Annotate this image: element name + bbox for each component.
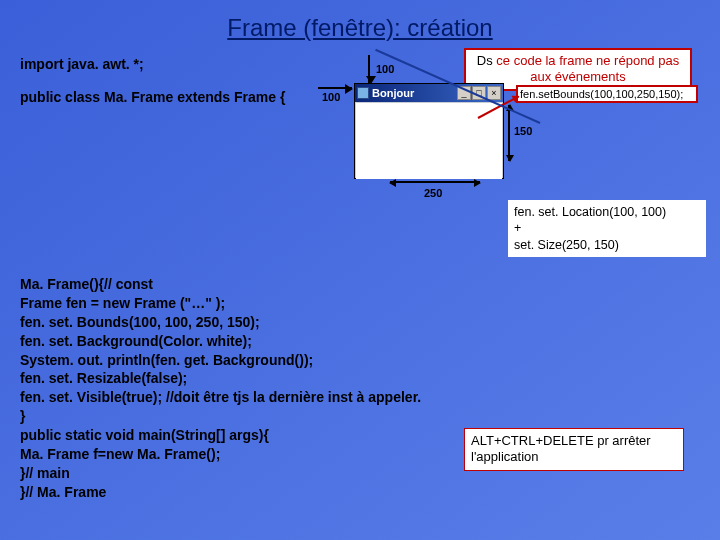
vertical-offset-arrow <box>368 55 370 83</box>
equiv-line: + <box>514 220 700 236</box>
code-line: fen. set. Bounds(100, 100, 250, 150); <box>20 313 700 332</box>
window-icon <box>357 87 369 99</box>
callout-text-part: ce code la frame ne répond pas aux événe… <box>493 53 679 84</box>
window-title: Bonjour <box>372 87 414 99</box>
code-line: Frame fen = new Frame ("…" ); <box>20 294 700 313</box>
equiv-line: set. Size(250, 150) <box>514 237 700 253</box>
label-100-vertical: 100 <box>376 63 394 75</box>
label-250: 250 <box>424 187 442 199</box>
code-block-top: import java. awt. *; public class Ma. Fr… <box>20 55 320 107</box>
frame-diagram: 100 100 Bonjour _ □ × 250 150 fen.setBou… <box>318 55 508 265</box>
code-line: System. out. println(fen. get. Backgroun… <box>20 351 700 370</box>
equiv-line: fen. set. Location(100, 100) <box>514 204 700 220</box>
label-100-horizontal: 100 <box>322 91 340 103</box>
equivalence-box: fen. set. Location(100, 100) + set. Size… <box>508 200 706 257</box>
code-line: import java. awt. *; <box>20 55 320 74</box>
code-line: fen. set. Visible(true); //doit être tjs… <box>20 388 700 407</box>
code-line: } <box>20 407 700 426</box>
code-line: fen. set. Background(Color. white); <box>20 332 700 351</box>
height-dimension-arrow <box>508 105 510 161</box>
code-line: fen. set. Resizable(false); <box>20 369 700 388</box>
horizontal-offset-arrow <box>318 87 352 89</box>
code-line: Ma. Frame(){// const <box>20 275 700 294</box>
slide-title: Frame (fenêtre): création <box>0 0 720 42</box>
window-titlebar: Bonjour _ □ × <box>355 84 503 102</box>
width-dimension-arrow <box>390 181 480 183</box>
code-line: public class Ma. Frame extends Frame { <box>20 88 320 107</box>
setbounds-callout: fen.setBounds(100,100,250,150); <box>516 85 698 103</box>
close-button[interactable]: × <box>487 86 501 100</box>
label-150: 150 <box>514 125 532 137</box>
alt-ctrl-delete-note: ALT+CTRL+DELETE pr arrêter l'application <box>464 428 684 471</box>
code-line: }// Ma. Frame <box>20 483 700 502</box>
